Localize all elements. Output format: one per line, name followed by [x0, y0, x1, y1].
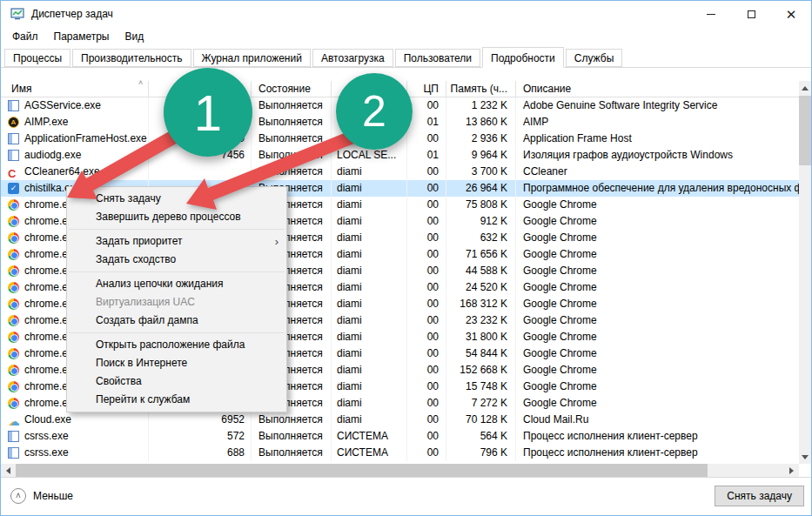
process-icon: [8, 414, 19, 426]
vertical-scrollbar-thumb[interactable]: [799, 96, 811, 165]
process-status: Выполняется: [252, 131, 332, 147]
context-menu-item[interactable]: Анализ цепочки ожидания ›: [67, 275, 286, 293]
process-memory: 71 656 K: [446, 246, 516, 263]
process-user: diami: [332, 395, 407, 412]
context-menu-item[interactable]: Снять задачу ›: [67, 190, 286, 208]
table-row[interactable]: csrss.exe 688 Выполняется СИСТЕМА 00 796…: [1, 445, 799, 461]
process-memory: 24 520 K: [446, 279, 516, 296]
process-user: diami: [332, 362, 407, 379]
window-controls: ✕: [691, 1, 811, 27]
process-pid: [149, 114, 252, 131]
process-icon: [8, 216, 19, 227]
process-description: Google Chrome: [516, 197, 799, 213]
tab[interactable]: Подробности: [482, 47, 564, 68]
column-header-memory[interactable]: Память (ч...: [446, 81, 516, 97]
menu-bar-item[interactable]: Вид: [117, 29, 151, 44]
context-menu-item[interactable]: Свойства ›: [67, 372, 286, 391]
context-menu-item[interactable]: Задать приоритет ›: [67, 232, 286, 251]
tab[interactable]: Пользователи: [395, 49, 480, 67]
context-menu-item[interactable]: Создать файл дампа ›: [67, 312, 286, 330]
scroll-right-icon[interactable]: [784, 464, 799, 477]
menu-bar-item[interactable]: Файл: [4, 29, 46, 44]
fewer-details-label: Меньше: [33, 490, 73, 502]
process-cpu: 00: [407, 296, 446, 312]
menu-bar-item[interactable]: Параметры: [46, 29, 117, 44]
table-row[interactable]: Cloud.exe 6952 Выполняется diami 00 70 1…: [1, 412, 799, 428]
process-name: CCleaner64.exe: [24, 164, 100, 180]
process-memory: 168 312 K: [446, 296, 516, 312]
process-description: Google Chrome: [516, 312, 799, 329]
process-description: CCleaner: [516, 164, 799, 180]
scroll-up-icon[interactable]: [799, 81, 811, 95]
process-memory: 75 808 K: [446, 197, 516, 213]
process-memory: 632 K: [446, 230, 516, 246]
process-name: csrss.exe: [24, 428, 69, 445]
table-row[interactable]: audiodg.exe 7456 Выполняется LOCAL SE...…: [1, 147, 799, 164]
column-header-cpu[interactable]: ЦП: [407, 81, 446, 97]
process-cpu: 00: [407, 329, 446, 345]
process-pid: 688: [149, 445, 252, 461]
column-header-name[interactable]: Имя: [1, 81, 149, 97]
close-button[interactable]: ✕: [771, 1, 811, 27]
process-description: Google Chrome: [516, 296, 799, 312]
table-row[interactable]: csrss.exe 572 Выполняется СИСТЕМА 00 564…: [1, 428, 799, 445]
process-user: diami: [332, 345, 407, 362]
tab[interactable]: Автозагрузка: [312, 49, 393, 67]
table-row[interactable]: AGSService.exe Выполняется 00 1 232 K Ad…: [1, 97, 799, 114]
process-description: Cloud Mail.Ru: [516, 412, 799, 428]
process-icon: [8, 398, 19, 409]
scroll-left-icon[interactable]: [1, 464, 16, 477]
column-header-status[interactable]: Состояние: [252, 81, 332, 97]
process-cpu: 00: [407, 213, 446, 230]
column-header-user[interactable]: [332, 81, 407, 97]
process-pid: 7456: [149, 147, 252, 164]
task-manager-app-icon: [10, 7, 24, 21]
process-cpu: 00: [407, 379, 446, 395]
context-menu-item[interactable]: Открыть расположение файла ›: [67, 336, 286, 354]
process-memory: 44 588 K: [446, 263, 516, 279]
process-pid: [149, 97, 252, 114]
process-user: LOCAL SE...: [332, 147, 407, 164]
process-cpu: 00: [407, 362, 446, 379]
process-cpu: 01: [407, 147, 446, 164]
context-menu-item[interactable]: Задать сходство ›: [67, 251, 286, 269]
horizontal-scrollbar-thumb[interactable]: [16, 464, 708, 477]
process-memory: 31 800 K: [446, 329, 516, 345]
process-cpu: 00: [407, 180, 446, 197]
process-cpu: 01: [407, 114, 446, 131]
tab[interactable]: Службы: [566, 49, 622, 67]
column-header-description[interactable]: Описание: [516, 81, 799, 97]
scroll-down-icon[interactable]: [799, 450, 811, 464]
process-user: diami: [332, 296, 407, 312]
process-icon: [8, 199, 19, 211]
process-cpu: 00: [407, 445, 446, 461]
table-row[interactable]: ApplicationFrameHost.exe 20 Выполняется …: [1, 131, 799, 147]
process-description: Изоляция графов аудиоустройств Windows: [516, 147, 799, 164]
submenu-arrow-icon: ›: [275, 232, 278, 251]
process-icon: [8, 117, 19, 128]
context-menu-item[interactable]: Перейти к службам ›: [67, 391, 286, 409]
context-menu-item[interactable]: Виртуализация UAC ›: [67, 293, 286, 312]
tab[interactable]: Производительность: [72, 49, 191, 67]
context-menu-item[interactable]: Поиск в Интернете ›: [67, 354, 286, 372]
chevron-up-circle-icon: ˄: [10, 488, 26, 504]
process-memory: 9 964 K: [446, 147, 516, 164]
minimize-button[interactable]: [691, 1, 731, 27]
column-header-pid[interactable]: ...: [149, 81, 252, 97]
process-description: Google Chrome: [516, 279, 799, 296]
table-row[interactable]: AIMP.exe Выполняется 01 13 860 K AIMP: [1, 114, 799, 131]
context-menu: Снять задачу › Завершить дерево процессо…: [66, 186, 287, 412]
tab[interactable]: Процессы: [4, 49, 70, 67]
close-icon: ✕: [786, 8, 797, 21]
tab[interactable]: Журнал приложений: [193, 49, 311, 67]
process-status: Выполняется: [252, 428, 332, 445]
end-task-button[interactable]: Снять задачу: [715, 486, 804, 506]
fewer-details-toggle[interactable]: ˄ Меньше: [10, 488, 73, 504]
vertical-scrollbar[interactable]: [799, 81, 811, 464]
process-icon: [8, 298, 19, 310]
context-menu-item[interactable]: Завершить дерево процессов ›: [67, 208, 286, 226]
process-cpu: 00: [407, 345, 446, 362]
horizontal-scrollbar[interactable]: [1, 464, 799, 477]
table-row[interactable]: CCleaner64.exe Выполняется diami 00 3 70…: [1, 164, 799, 180]
maximize-button[interactable]: [731, 1, 771, 27]
